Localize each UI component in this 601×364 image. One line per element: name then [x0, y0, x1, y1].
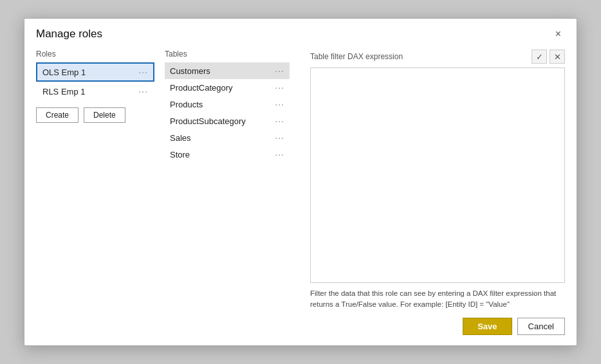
cancel-button[interactable]: Cancel: [517, 318, 565, 335]
dax-confirm-button[interactable]: ✓: [532, 50, 547, 64]
role-menu-dots[interactable]: ···: [138, 86, 148, 96]
dax-clear-button[interactable]: ✕: [550, 50, 565, 64]
table-label: Sales: [170, 133, 191, 143]
roles-list: OLS Emp 1 ··· RLS Emp 1 ···: [36, 62, 154, 101]
create-button[interactable]: Create: [36, 107, 79, 123]
table-item-customers[interactable]: Customers ···: [165, 62, 290, 79]
table-menu-dots[interactable]: ···: [275, 99, 284, 109]
table-item-store[interactable]: Store ···: [165, 146, 290, 163]
dax-panel: Table filter DAX expression ✓ ✕ Filter t…: [300, 46, 565, 310]
table-item-productsubcategory[interactable]: ProductSubcategory ···: [165, 113, 290, 129]
table-label: ProductCategory: [170, 83, 233, 93]
dax-editor[interactable]: [310, 68, 565, 283]
table-menu-dots[interactable]: ···: [275, 132, 284, 143]
roles-buttons: Create Delete: [36, 107, 154, 123]
dax-panel-title: Table filter DAX expression: [310, 52, 403, 61]
tables-list: Customers ··· ProductCategory ··· Produc…: [165, 62, 290, 163]
role-menu-dots[interactable]: ···: [138, 67, 148, 77]
roles-panel: Roles OLS Emp 1 ··· RLS Emp 1 ··· Create…: [36, 46, 165, 310]
tables-panel: Tables Customers ··· ProductCategory ···…: [165, 46, 300, 310]
save-button[interactable]: Save: [463, 318, 512, 335]
dialog-titlebar: Manage roles ×: [24, 19, 577, 46]
dialog-footer: Save Cancel: [24, 310, 577, 345]
table-item-productcategory[interactable]: ProductCategory ···: [165, 79, 290, 96]
table-menu-dots[interactable]: ···: [275, 149, 284, 159]
dialog-title: Manage roles: [36, 28, 102, 41]
table-menu-dots[interactable]: ···: [275, 82, 284, 93]
delete-button[interactable]: Delete: [84, 107, 125, 123]
tables-panel-title: Tables: [165, 50, 290, 59]
table-menu-dots[interactable]: ···: [275, 66, 284, 76]
table-label: Products: [170, 100, 203, 109]
role-label: RLS Emp 1: [42, 87, 85, 96]
dialog-body: Roles OLS Emp 1 ··· RLS Emp 1 ··· Create…: [24, 46, 577, 310]
table-menu-dots[interactable]: ···: [275, 116, 284, 126]
manage-roles-dialog: Manage roles × Roles OLS Emp 1 ··· RLS E…: [24, 18, 577, 346]
roles-panel-title: Roles: [36, 50, 154, 59]
table-label: Customers: [170, 66, 210, 76]
role-item-rls-emp1[interactable]: RLS Emp 1 ···: [36, 82, 154, 101]
dax-panel-header: Table filter DAX expression ✓ ✕: [310, 50, 565, 64]
close-button[interactable]: ×: [551, 28, 565, 41]
role-label: OLS Emp 1: [42, 68, 86, 77]
role-item-ols-emp1[interactable]: OLS Emp 1 ···: [36, 62, 154, 82]
dax-hint: Filter the data that this role can see b…: [310, 288, 565, 311]
table-label: ProductSubcategory: [170, 116, 246, 126]
table-item-products[interactable]: Products ···: [165, 96, 290, 113]
dax-actions: ✓ ✕: [532, 50, 565, 64]
table-item-sales[interactable]: Sales ···: [165, 129, 290, 146]
table-label: Store: [170, 150, 190, 159]
